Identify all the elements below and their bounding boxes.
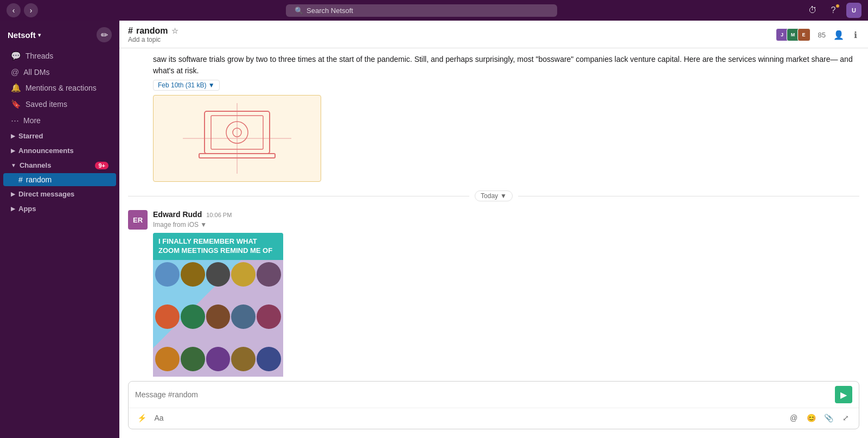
msg2-avatar: ER bbox=[128, 210, 148, 230]
send-button[interactable]: ▶ bbox=[835, 386, 852, 403]
message-input-field[interactable] bbox=[135, 390, 835, 399]
apps-label: Apps bbox=[18, 205, 36, 213]
attachment-button[interactable]: 📎 bbox=[821, 410, 836, 426]
channel-star-icon[interactable]: ☆ bbox=[171, 27, 178, 35]
emoji-picker-button[interactable]: 😊 bbox=[803, 410, 819, 426]
muppet-1 bbox=[155, 262, 180, 287]
laptop-wireframe-svg bbox=[183, 103, 291, 174]
apps-arrow-icon: ▶ bbox=[11, 206, 15, 212]
sidebar-item-more[interactable]: ⋯ More bbox=[3, 113, 116, 128]
msg1-laptop-image[interactable] bbox=[153, 95, 321, 182]
search-icon: 🔍 bbox=[295, 7, 303, 15]
member-avatars[interactable]: J M E bbox=[778, 28, 810, 41]
forward-button[interactable]: › bbox=[24, 3, 38, 17]
starred-arrow-icon: ▶ bbox=[11, 133, 15, 139]
add-topic-button[interactable]: Add a topic bbox=[128, 36, 178, 43]
channel-header-right: J M E 85 👤 ℹ bbox=[778, 28, 859, 42]
msg2-gif-image[interactable]: I FINALLY REMEMBER WHAT ZOOM MEETINGS RE… bbox=[153, 233, 283, 377]
muppet-8 bbox=[206, 304, 231, 329]
search-bar[interactable]: 🔍 Search Netsoft bbox=[286, 4, 557, 17]
more-icon: ⋯ bbox=[11, 116, 19, 125]
more-actions-button-1[interactable]: ⋯ bbox=[842, 52, 857, 67]
muppet-13 bbox=[206, 347, 231, 371]
muppet-14 bbox=[231, 347, 256, 371]
messages-area[interactable]: saw its software trials grow by two to t… bbox=[119, 48, 868, 377]
workspace-name[interactable]: Netsoft ▾ bbox=[8, 30, 41, 40]
channels-section[interactable]: ▼ Channels 9+ bbox=[3, 158, 116, 172]
message-input-bottom: ⚡ Aa @ 😊 📎 ⤢ bbox=[129, 408, 859, 429]
format-button[interactable]: Aa bbox=[151, 410, 167, 426]
msg2-author: Edward Rudd bbox=[153, 210, 202, 219]
apps-section[interactable]: ▶ Apps bbox=[3, 202, 116, 215]
muppet-7 bbox=[181, 304, 205, 329]
add-reaction-button-1[interactable]: 😊 bbox=[777, 52, 792, 67]
threads-label: Threads bbox=[25, 52, 53, 60]
msg2-header: Edward Rudd 10:06 PM bbox=[153, 210, 859, 219]
search-button-2[interactable]: 🔍 bbox=[793, 208, 808, 223]
muppet-2 bbox=[181, 262, 205, 287]
message-group-1: saw its software trials grow by two to t… bbox=[128, 54, 859, 182]
sidebar: Netsoft ▾ ✏ 💬 Threads @ All DMs 🔔 Mentio… bbox=[0, 21, 119, 438]
message-input-box: ▶ ⚡ Aa @ 😊 📎 ⤢ bbox=[128, 381, 859, 429]
announcements-label: Announcements bbox=[18, 147, 74, 155]
add-members-button[interactable]: 👤 bbox=[831, 28, 846, 42]
channels-label: Channels bbox=[20, 161, 52, 169]
history-button[interactable]: ⏱ bbox=[805, 3, 820, 18]
sidebar-item-all-dms[interactable]: @ All DMs bbox=[3, 65, 116, 79]
emoji-reaction-button-2[interactable]: 😊 bbox=[777, 208, 792, 223]
muppet-3 bbox=[206, 262, 231, 287]
muppet-5 bbox=[257, 262, 281, 287]
saved-items-icon: 🔖 bbox=[11, 99, 21, 109]
search-message-button-1[interactable]: 🔍 bbox=[793, 52, 808, 67]
all-dms-label: All DMs bbox=[23, 68, 49, 77]
date-badge[interactable]: Today ▼ bbox=[475, 191, 513, 201]
help-button[interactable]: ? bbox=[826, 3, 841, 18]
at-mention-button[interactable]: @ bbox=[786, 410, 801, 426]
msg2-time: 10:06 PM bbox=[206, 212, 232, 218]
msg1-file-tag[interactable]: Feb 10th (31 kB) ▼ bbox=[153, 80, 220, 91]
threads-icon: 💬 bbox=[11, 51, 21, 61]
channel-hash-icon: # bbox=[18, 175, 23, 184]
date-label: Today bbox=[481, 192, 498, 200]
msg2-content: Edward Rudd 10:06 PM Image from iOS ▼ I … bbox=[153, 210, 859, 377]
share-button-1[interactable]: ↗ bbox=[809, 52, 825, 67]
channel-header: # random ☆ Add a topic J M E 85 👤 ℹ bbox=[119, 21, 868, 48]
channel-name: random bbox=[136, 26, 168, 36]
channel-area: # random ☆ Add a topic J M E 85 👤 ℹ bbox=[119, 21, 868, 438]
announcements-section[interactable]: ▶ Announcements bbox=[3, 144, 116, 157]
muppet-10 bbox=[257, 304, 281, 329]
muppet-12 bbox=[181, 347, 205, 371]
channels-arrow-icon: ▼ bbox=[11, 162, 16, 168]
expand-button[interactable]: ⤢ bbox=[838, 410, 853, 426]
channel-item-random[interactable]: # random bbox=[3, 173, 116, 186]
mentions-icon: 🔔 bbox=[11, 83, 21, 93]
mentions-label: Mentions & reactions bbox=[25, 84, 97, 92]
main-layout: Netsoft ▾ ✏ 💬 Threads @ All DMs 🔔 Mentio… bbox=[0, 21, 868, 438]
bookmark-button-1[interactable]: 🔖 bbox=[826, 52, 841, 67]
share-button-2[interactable]: ↗ bbox=[809, 208, 825, 223]
channel-details-button[interactable]: ℹ bbox=[852, 28, 859, 42]
user-avatar[interactable]: U bbox=[846, 3, 861, 18]
msg1-text: saw its software trials grow by two to t… bbox=[153, 54, 859, 77]
topbar-right-icons: ⏱ ? U bbox=[805, 3, 861, 18]
notification-dot bbox=[835, 4, 840, 8]
more-label: More bbox=[23, 116, 41, 125]
lightning-button[interactable]: ⚡ bbox=[134, 410, 149, 426]
all-dms-icon: @ bbox=[11, 67, 19, 77]
back-button[interactable]: ‹ bbox=[7, 3, 21, 17]
send-icon: ▶ bbox=[840, 390, 847, 400]
save-button-2[interactable]: 🔖 bbox=[826, 208, 841, 223]
direct-messages-section[interactable]: ▶ Direct messages bbox=[3, 187, 116, 201]
more-button-2[interactable]: ⋯ bbox=[842, 208, 857, 223]
message-group-2: ER Edward Rudd 10:06 PM Image from iOS ▼… bbox=[128, 210, 859, 377]
channel-hash: # bbox=[128, 26, 133, 36]
starred-section[interactable]: ▶ Starred bbox=[3, 129, 116, 143]
sidebar-item-saved-items[interactable]: 🔖 Saved items bbox=[3, 97, 116, 112]
gif-banner-text: I FINALLY REMEMBER WHAT ZOOM MEETINGS RE… bbox=[153, 233, 283, 260]
saved-items-label: Saved items bbox=[25, 100, 67, 109]
sidebar-item-threads[interactable]: 💬 Threads bbox=[3, 48, 116, 64]
sidebar-item-mentions[interactable]: 🔔 Mentions & reactions bbox=[3, 80, 116, 96]
msg1-content: saw its software trials grow by two to t… bbox=[153, 54, 859, 182]
channel-header-left: # random ☆ Add a topic bbox=[128, 26, 178, 43]
compose-button[interactable]: ✏ bbox=[97, 27, 112, 42]
